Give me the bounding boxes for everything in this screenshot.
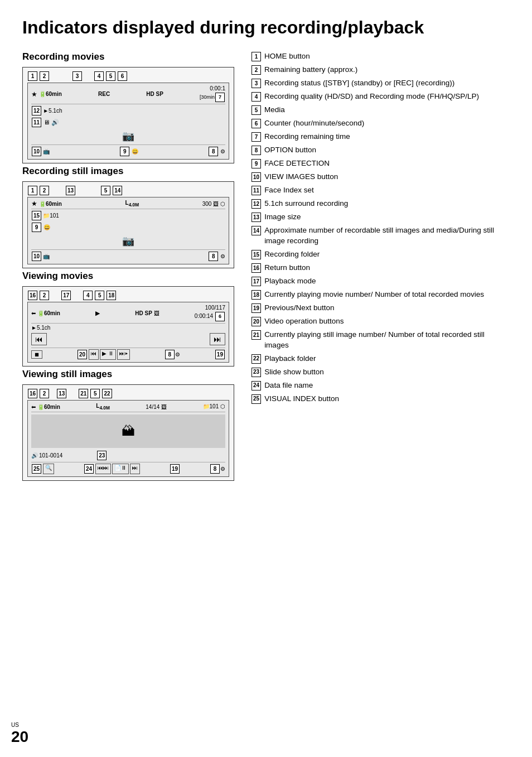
badge-14: 14 xyxy=(113,186,122,195)
indicator-badge-19: 19 xyxy=(252,303,261,313)
indicator-list: 1HOME button2Remaining battery (approx.)… xyxy=(251,51,510,404)
badge-5-rs: 5 xyxy=(101,186,110,195)
indicator-item-21: 21Currently playing still image number/ … xyxy=(251,330,510,351)
indicator-text-9: FACE DETECTION xyxy=(264,158,330,169)
badge-2-vm: 2 xyxy=(40,291,49,300)
badge-19-vm: 19 xyxy=(215,350,225,359)
indicator-badge-2: 2 xyxy=(252,65,261,75)
indicator-text-16: Return button xyxy=(264,263,310,273)
badge-11: 11 xyxy=(32,118,41,127)
left-column: Recording movies 1 2 3 4 5 6 ★ 🔋60min xyxy=(22,51,234,483)
badge-12: 12 xyxy=(32,106,41,115)
indicator-text-19: Previous/Next button xyxy=(264,303,334,314)
indicator-badge-22: 22 xyxy=(252,354,261,364)
badge-3: 3 xyxy=(72,71,82,81)
indicator-badge-13: 13 xyxy=(252,213,261,222)
right-column: 1HOME button2Remaining battery (approx.)… xyxy=(251,51,510,483)
badge-22: 22 xyxy=(102,389,112,398)
badge-20: 20 xyxy=(78,350,87,359)
indicator-item-14: 14Approximate number of recordable still… xyxy=(251,225,510,247)
badge-2: 2 xyxy=(40,71,49,81)
badge-1: 1 xyxy=(28,71,37,81)
indicator-badge-18: 18 xyxy=(252,290,261,300)
indicator-text-6: Counter (hour/minute/second) xyxy=(264,118,364,129)
section-recording-still: Recording still images xyxy=(22,166,234,177)
indicator-item-13: 13Image size xyxy=(251,212,510,223)
section-viewing-movies: Viewing movies xyxy=(22,271,234,282)
badge-13: 13 xyxy=(66,186,75,195)
indicator-item-18: 18Currently playing movie number/ Number… xyxy=(251,290,510,300)
indicator-text-13: Image size xyxy=(264,212,301,223)
indicator-text-22: Playback folder xyxy=(264,354,316,364)
indicator-text-4: Recording quality (HD/SD) and Recording … xyxy=(264,91,479,102)
indicator-item-9: 9FACE DETECTION xyxy=(251,158,510,169)
badge-10-rs: 10 xyxy=(32,252,41,261)
badge-2-vs: 2 xyxy=(40,389,49,398)
badge-13-vs: 13 xyxy=(57,389,66,398)
indicator-item-22: 22Playback folder xyxy=(251,354,510,364)
indicator-badge-1: 1 xyxy=(252,52,261,61)
badge-8-vm: 8 xyxy=(165,350,175,359)
badge-16-vs: 16 xyxy=(28,389,37,398)
section-viewing-still: Viewing still images xyxy=(22,369,234,380)
indicator-item-2: 2Remaining battery (approx.) xyxy=(251,65,510,75)
badge-16-vm: 16 xyxy=(28,291,37,300)
indicator-badge-15: 15 xyxy=(252,250,261,259)
indicator-item-12: 125.1ch surround recording xyxy=(251,199,510,209)
indicator-text-8: OPTION button xyxy=(264,145,316,156)
indicator-text-17: Playback mode xyxy=(264,276,316,287)
indicator-badge-3: 3 xyxy=(252,79,261,88)
indicator-badge-8: 8 xyxy=(252,146,261,155)
indicator-text-24: Data file name xyxy=(264,380,313,391)
indicator-text-7: Recording remaining time xyxy=(264,132,350,142)
indicator-item-8: 8OPTION button xyxy=(251,145,510,156)
indicator-item-15: 15Recording folder xyxy=(251,249,510,260)
badge-6-vm: 6 xyxy=(215,312,225,321)
indicator-text-5: Media xyxy=(264,105,285,115)
diagram-viewing-movies: 16 2 17 4 5 18 ⬅ 🔋60min ▶ HD SP 🖼 xyxy=(22,286,234,367)
badge-5-vs: 5 xyxy=(90,389,100,398)
badge-18: 18 xyxy=(107,291,116,300)
indicator-item-11: 11Face Index set xyxy=(251,185,510,196)
diagram-recording-movies: 1 2 3 4 5 6 ★ 🔋60min REC HD SP xyxy=(22,67,234,163)
indicator-item-24: 24Data file name xyxy=(251,380,510,391)
badge-8-vs: 8 xyxy=(210,464,220,474)
indicator-item-1: 1HOME button xyxy=(251,51,510,62)
badge-7-inline: 7 xyxy=(215,93,225,102)
indicator-text-2: Remaining battery (approx.) xyxy=(264,65,357,75)
indicator-item-5: 5Media xyxy=(251,105,510,115)
indicator-item-10: 10VIEW IMAGES button xyxy=(251,172,510,182)
indicator-badge-11: 11 xyxy=(252,186,261,195)
indicator-text-14: Approximate number of recordable still i… xyxy=(264,225,510,247)
badge-21: 21 xyxy=(79,389,88,398)
indicator-text-18: Currently playing movie number/ Number o… xyxy=(264,290,484,300)
badge-9: 9 xyxy=(120,147,129,156)
indicator-badge-17: 17 xyxy=(252,277,261,286)
indicator-item-16: 16Return button xyxy=(251,263,510,273)
indicator-item-4: 4Recording quality (HD/SD) and Recording… xyxy=(251,91,510,102)
indicator-text-1: HOME button xyxy=(264,51,310,62)
indicator-text-11: Face Index set xyxy=(264,185,314,196)
indicator-item-20: 20Video operation buttons xyxy=(251,316,510,327)
indicator-badge-5: 5 xyxy=(252,105,261,115)
badge-5: 5 xyxy=(106,71,115,81)
badge-8-rs: 8 xyxy=(209,252,218,261)
indicator-item-3: 3Recording status ([STBY] (standby) or [… xyxy=(251,78,510,89)
diagram-recording-still: 1 2 13 5 14 ★ 🔋60min L4.0M 300 🖼 ⬡ xyxy=(22,181,234,268)
badge-19-vs: 19 xyxy=(170,464,180,474)
badge-4: 4 xyxy=(94,71,104,81)
indicator-item-19: 19Previous/Next button xyxy=(251,303,510,314)
badge-17: 17 xyxy=(61,291,71,300)
badge-25: 25 xyxy=(32,464,41,474)
indicator-text-21: Currently playing still image number/ Nu… xyxy=(264,330,510,351)
badge-5-vm: 5 xyxy=(95,291,104,300)
indicator-badge-23: 23 xyxy=(252,368,261,377)
badge-4-vm: 4 xyxy=(83,291,93,300)
badge-10: 10 xyxy=(32,147,41,156)
indicator-text-25: VISUAL INDEX button xyxy=(264,394,339,404)
indicator-text-15: Recording folder xyxy=(264,249,320,260)
indicator-badge-21: 21 xyxy=(252,330,261,340)
indicator-text-20: Video operation buttons xyxy=(264,316,344,327)
badge-6: 6 xyxy=(118,71,127,81)
indicator-badge-4: 4 xyxy=(252,92,261,102)
